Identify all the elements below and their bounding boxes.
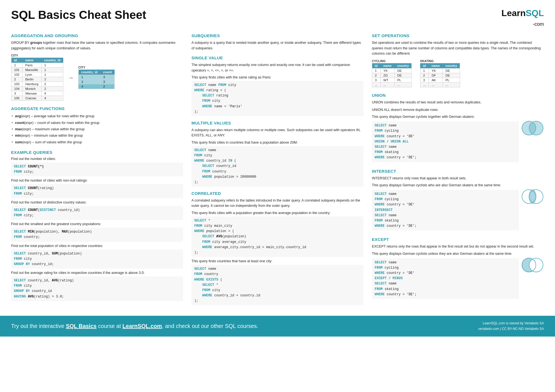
except-code: SELECT name FROM cycling WHERE country =… [372, 258, 519, 299]
logo: LearnSQL •com [501, 8, 544, 28]
city-col-name: name [22, 58, 41, 63]
city-col-country: country_id [41, 58, 63, 63]
ex6-code: SELECT country_id, AVG(rating) FROM city… [11, 276, 183, 301]
aggregation-intro: GROUP BY groups together rows that have … [11, 40, 183, 51]
intersect-label: This query displays German cyclists who … [372, 183, 544, 187]
skating-label: SKATING [420, 59, 460, 63]
set-operations-intro: Set operations are used to combine the r… [372, 40, 544, 56]
single-value-title: SINGLE VALUE [191, 55, 364, 60]
footer: Try out the interactive SQL Basics cours… [0, 316, 555, 336]
multiple-values-label: This query finds cities in countries tha… [191, 141, 364, 144]
table-row: 105Cracow4 [11, 96, 63, 101]
multiple-values-title: MULTIPLE VALUES [191, 121, 364, 125]
table-row: 101Marseille1 [11, 68, 63, 72]
ex5-label: Find out the total population of cities … [11, 244, 183, 248]
subqueries-intro: A subquery is a query that is nested ins… [191, 40, 364, 51]
intersect-desc: INTERSECT returns only rows that appear … [372, 176, 544, 181]
multiple-values-desc: A subquery can also return multiple colu… [191, 128, 364, 138]
union-desc2: UNION ALL doesn't remove duplicate rows. [372, 107, 544, 113]
ex3-label: Find out the number of distinctive count… [11, 200, 183, 204]
correlated-desc: A correlated subquery refers to the tabl… [191, 198, 364, 209]
single-value-desc: The simplest subquery returns exactly on… [191, 62, 364, 73]
union-desc1: UNION combines the results of two result… [372, 100, 544, 105]
page-title: SQL Basics Cheat Sheet [11, 8, 146, 22]
intersect-code-block: SELECT name FROM cycling WHERE country =… [372, 188, 544, 233]
agg-functions-title: AGGREGATE FUNCTIONS [11, 106, 183, 111]
skating-table: id name country 1YKDE 2DFDE 3AKPL ......… [420, 63, 460, 87]
footer-link-learnsql[interactable]: LearnSQL.com [122, 323, 162, 329]
table-row: 103Hamburg2 [11, 82, 63, 86]
footer-text-end: , and check out our other SQL courses. [162, 323, 258, 329]
ex3-code: SELECT COUNT(DISTINCT country_id) FROM c… [11, 206, 183, 220]
result-col-count: count [100, 70, 115, 75]
ex4-code: SELECT MIN(population), MAX(population) … [11, 228, 183, 241]
city-table-container: CITY id name country_id 1Paris1 101Marse… [11, 54, 63, 102]
arrow-icon: → [68, 74, 74, 82]
correlated-code2: SELECT name FROM country WHERE EXISTS ( … [191, 265, 364, 305]
table-row: 23 [79, 79, 115, 84]
table-row: 2Berlin2 [11, 77, 63, 82]
cycling-table-container: CYCLING id name country 1YKDE 2ZGDE [372, 59, 412, 88]
columns-wrapper: AGGREGATION AND GROUPING GROUP BY groups… [11, 33, 544, 307]
subqueries-title: SUBQUERIES [191, 33, 364, 38]
skating-col-id: id [420, 63, 429, 68]
ex4-label: Find out the smallest and the greatest c… [11, 222, 183, 226]
skating-col-country: country [443, 63, 460, 68]
ex1-label: Find out the number of cities: [11, 157, 183, 161]
col-aggregation: AGGREGATION AND GROUPING GROUP BY groups… [11, 33, 183, 307]
multiple-values-code: SELECT name FROM city WHERE country_id I… [191, 146, 364, 187]
union-code: SELECT name FROM cycling WHERE country =… [372, 121, 519, 162]
union-title: UNION [372, 93, 544, 98]
ex1-code: SELECT COUNT(*) FROM city; [11, 162, 183, 176]
table-row: 3AKPL [420, 78, 460, 82]
list-item: avg(expr) – average value for rows withi… [11, 113, 183, 119]
ex2-label: Find out the number of cities with non-n… [11, 179, 183, 182]
union-code-block: SELECT name FROM cycling WHERE country =… [372, 120, 544, 164]
correlated-code1: SELECT * FROM city main_city WHERE popul… [191, 217, 364, 257]
union-venn-diagram [522, 120, 544, 139]
result-table: country_id count 13 23 42 [78, 70, 115, 89]
cycling-col-name: name [380, 63, 394, 68]
footer-link-sqlbasics[interactable]: SQL Basics [66, 323, 97, 329]
table-row: 2ZGDE [372, 73, 412, 78]
table-row: 3Warsaw4 [11, 91, 63, 96]
intersect-venn-diagram [522, 188, 544, 208]
except-title: EXCEPT [372, 237, 544, 242]
ex6-label: Find out the average rating for cities i… [11, 271, 183, 275]
list-item: min(expr) – minimum value within the gro… [11, 133, 183, 139]
correlated-label2: This query finds countries that have at … [191, 259, 364, 263]
col-set-operations: SET OPERATIONS Set operations are used t… [372, 33, 544, 307]
aggregation-tables: CITY id name country_id 1Paris1 101Marse… [11, 54, 183, 102]
result-table-container: CITY country_id count 13 23 42 [78, 66, 115, 90]
table-row: 1Paris1 [11, 63, 63, 68]
intersect-title: INTERSECT [372, 169, 544, 174]
table-row: 1YKDE [420, 68, 460, 73]
skating-col-name: name [429, 63, 443, 68]
table-row: ......... [420, 82, 460, 87]
cycling-col-country: country [394, 63, 412, 68]
set-operations-title: SET OPERATIONS [372, 33, 544, 38]
ex5-code: SELECT country_id, SUM(population) FROM … [11, 250, 183, 269]
logo-learn: Learn [501, 8, 526, 18]
footer-right-line1: LearnSQL.com is owned by Vertabelo SA [478, 321, 544, 326]
skating-table-container: SKATING id name country 1YKDE 2DFDE [420, 59, 460, 88]
single-value-code: SELECT name FROM city WHERE rating = ( S… [191, 81, 364, 116]
single-value-label: This query finds cities with the same ra… [191, 75, 364, 79]
except-desc: EXCEPT returns only the rows that appear… [372, 244, 544, 249]
except-code-block: SELECT name FROM cycling WHERE country =… [372, 257, 544, 301]
except-venn-diagram [522, 257, 544, 276]
result-col-country: country_id [79, 70, 100, 75]
footer-text: Try out the interactive SQL Basics cours… [11, 323, 258, 329]
footer-right: LearnSQL.com is owned by Vertabelo SA ve… [478, 321, 544, 331]
union-label: This query displays German cyclists toge… [372, 115, 544, 119]
footer-text-middle: course at [97, 323, 122, 329]
except-label: This query displays German cyclists unle… [372, 252, 544, 256]
table-row: 3WTPL [372, 78, 412, 82]
agg-functions-list: avg(expr) – average value for rows withi… [11, 113, 183, 146]
list-item: count(expr) – count of values for rows w… [11, 120, 183, 126]
table-row: 1YKDE [372, 68, 412, 73]
city-table: id name country_id 1Paris1 101Marseille1… [11, 58, 63, 101]
city-col-id: id [11, 58, 22, 63]
footer-text-start: Try out the interactive [11, 323, 66, 329]
table-row: 104Munich2 [11, 86, 63, 91]
